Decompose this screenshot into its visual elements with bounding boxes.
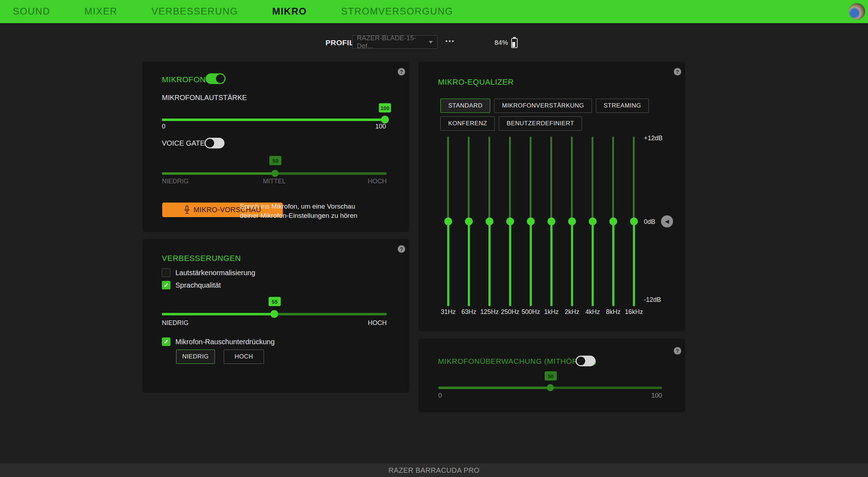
eq-band-250hz-handle[interactable] — [506, 217, 514, 225]
tab-sound[interactable]: SOUND — [13, 6, 50, 17]
eq-band-track-upper[interactable] — [592, 137, 593, 221]
voice-gate-value-badge: 50 — [269, 156, 281, 165]
eq-band-track-upper[interactable] — [571, 137, 573, 221]
hint-line-1: Sprich ins Mikrofon, um eine Vorschau — [240, 202, 358, 211]
tab-mixer[interactable]: MIXER — [84, 6, 117, 17]
help-icon[interactable]: ? — [674, 68, 681, 75]
equalizer-title: MIKRO-EQUALIZER — [438, 78, 514, 87]
checkbox-noise-suppression[interactable]: ✓ — [162, 337, 170, 346]
collapse-left-icon: ◀ — [665, 218, 669, 225]
eq-band-2khz: 2kHz — [562, 137, 582, 306]
battery-indicator: 84% — [494, 37, 518, 48]
eq-band-freq-label: 16kHz — [620, 308, 648, 316]
eq-band-track-lower[interactable] — [612, 221, 614, 306]
eq-band-track-lower[interactable] — [488, 221, 491, 306]
sidetone-value-badge: 50 — [545, 371, 557, 381]
eq-preset-row-2: KONFERENZBENUTZERDEFINIERT — [440, 116, 582, 131]
voice-gate-slider-track-right[interactable] — [275, 172, 387, 175]
eq-preset-benutzerdefiniert[interactable]: BENUTZERDEFINIERT — [499, 116, 582, 131]
user-avatar[interactable] — [849, 3, 865, 20]
noise-level-low-button[interactable]: NIEDRIG — [176, 350, 215, 364]
profile-dropdown[interactable]: RAZER-BLADE-15-Def... — [352, 35, 438, 49]
chevron-down-icon — [429, 41, 433, 43]
mic-volume-slider-handle[interactable] — [381, 116, 389, 124]
sidetone-slider-track-left[interactable] — [438, 387, 550, 389]
eq-band-31hz: 31Hz — [438, 137, 459, 306]
microphone-icon — [184, 205, 190, 214]
help-icon[interactable]: ? — [398, 68, 405, 75]
eq-band-track-upper[interactable] — [550, 137, 552, 221]
tab-verbesserung[interactable]: VERBESSERUNG — [152, 6, 238, 17]
footer-bar: RAZER BARRACUDA PRO — [0, 463, 868, 477]
voice-gate-slider-track-left[interactable] — [162, 172, 275, 175]
microphone-toggle[interactable] — [206, 73, 226, 84]
voice-gate-slider-handle[interactable] — [271, 170, 279, 177]
eq-band-250hz: 250Hz — [500, 137, 520, 306]
help-icon[interactable]: ? — [674, 347, 681, 355]
mic-volume-max-label: 100 — [375, 123, 386, 130]
eq-band-125hz-handle[interactable] — [486, 217, 493, 225]
mic-volume-value-badge: 100 — [379, 103, 391, 112]
mic-volume-min-label: 0 — [162, 123, 165, 130]
eq-band-track-upper[interactable] — [530, 137, 531, 221]
checkmark-icon: ✓ — [164, 339, 169, 345]
eq-band-track-upper[interactable] — [488, 137, 490, 221]
eq-preset-mikrofonverst-rkung[interactable]: MIKROFONVERSTÄRKUNG — [494, 99, 592, 113]
eq-band-track-upper[interactable] — [633, 137, 635, 221]
eq-band-track-lower[interactable] — [468, 221, 470, 306]
eq-band-63hz-handle[interactable] — [465, 217, 473, 225]
sidetone-toggle[interactable] — [576, 356, 596, 366]
microphone-panel: ? MIKROFON MIKROFONLAUTSTÄRKE 100 0 100 … — [142, 62, 409, 232]
eq-band-8khz-handle[interactable] — [609, 217, 617, 225]
eq-band-500hz-handle[interactable] — [527, 217, 535, 225]
eq-band-1khz: 1kHz — [541, 137, 562, 306]
eq-collapse-button[interactable]: ◀ — [661, 215, 673, 227]
eq-band-125hz: 125Hz — [479, 137, 500, 306]
eq-band-track-lower[interactable] — [592, 221, 594, 306]
eq-band-track-upper[interactable] — [468, 137, 470, 221]
mic-volume-slider-track[interactable] — [162, 119, 387, 121]
help-icon[interactable]: ? — [398, 245, 405, 253]
voice-gate-high-label: HOCH — [162, 178, 387, 185]
eq-band-track-lower[interactable] — [447, 221, 449, 306]
tab-stromversorgung[interactable]: STROMVERSORGUNG — [341, 6, 453, 17]
eq-band-track-upper[interactable] — [447, 137, 449, 221]
eq-band-track-lower[interactable] — [633, 221, 635, 306]
sidetone-slider-handle[interactable] — [547, 384, 554, 391]
voice-quality-slider-handle[interactable] — [270, 310, 278, 318]
eq-preset-row-1: STANDARDMIKROFONVERSTÄRKUNGSTREAMING — [440, 99, 649, 113]
voice-quality-slider-track-right[interactable] — [274, 313, 387, 315]
device-name: RAZER BARRACUDA PRO — [388, 466, 480, 475]
sidetone-slider-track-right[interactable] — [550, 387, 662, 389]
eq-preset-konferenz[interactable]: KONFERENZ — [440, 116, 495, 131]
checkbox-row-noise-suppression: ✓ Mikrofon-Rauschunterdrückung — [162, 337, 275, 346]
tab-mikro[interactable]: MIKRO — [272, 6, 307, 17]
profile-more-button[interactable]: ••• — [445, 38, 455, 45]
eq-band-8khz: 8kHz — [603, 137, 624, 306]
checkbox-label: Lautstärkenormalisierung — [175, 269, 255, 277]
eq-band-track-lower[interactable] — [571, 221, 573, 306]
eq-preset-streaming[interactable]: STREAMING — [596, 99, 649, 113]
eq-band-track-lower[interactable] — [550, 221, 552, 306]
sidetone-max-label: 100 — [438, 392, 662, 399]
eq-band-16khz-handle[interactable] — [630, 217, 638, 225]
checkbox-volume-normalization[interactable]: ✓ — [162, 268, 170, 277]
voice-quality-slider-track-left[interactable] — [162, 313, 274, 315]
eq-scale-top-label: +12dB — [644, 135, 663, 142]
eq-band-31hz-handle[interactable] — [444, 217, 452, 225]
eq-band-4khz-handle[interactable] — [589, 217, 597, 225]
eq-band-2khz-handle[interactable] — [568, 217, 576, 225]
eq-band-track-lower[interactable] — [509, 221, 511, 306]
checkmark-icon: ✓ — [164, 282, 169, 288]
eq-band-track-upper[interactable] — [612, 137, 614, 221]
eq-band-track-lower[interactable] — [530, 221, 532, 306]
eq-preset-standard[interactable]: STANDARD — [440, 99, 490, 113]
hint-line-2: deiner Mikrofon-Einstellungen zu hören — [240, 211, 358, 220]
eq-band-1khz-handle[interactable] — [547, 217, 555, 225]
voice-gate-toggle[interactable] — [205, 138, 224, 148]
toggle-knob — [206, 139, 214, 147]
eq-band-track-upper[interactable] — [509, 137, 511, 221]
checkbox-row-voice-quality: ✓ Sprachqualität — [162, 281, 221, 290]
noise-level-high-button[interactable]: HOCH — [224, 350, 264, 364]
checkbox-voice-quality[interactable]: ✓ — [162, 281, 170, 289]
